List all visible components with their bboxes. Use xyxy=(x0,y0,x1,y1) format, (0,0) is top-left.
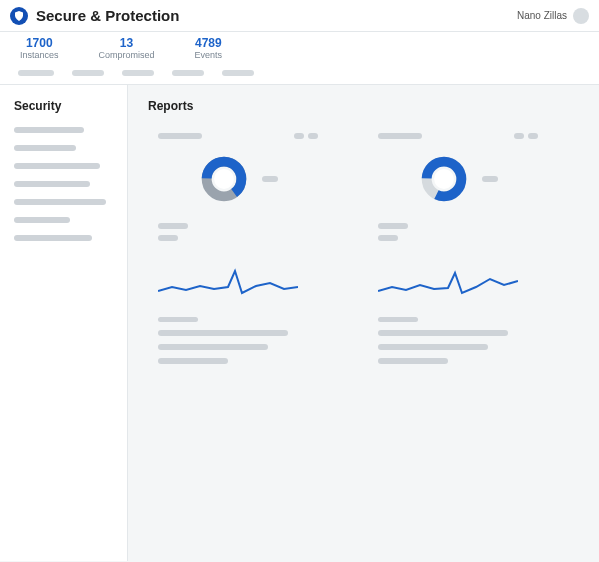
user-name[interactable]: Nano Zillas xyxy=(517,10,567,21)
filter-pill[interactable] xyxy=(72,70,104,76)
detail-line-placeholder xyxy=(378,330,508,336)
svg-point-5 xyxy=(434,169,454,189)
sidebar: Security xyxy=(0,85,128,561)
top-bar: Secure & Protection Nano Zillas xyxy=(0,0,599,32)
card-actions xyxy=(514,133,538,139)
sparkline-chart xyxy=(158,263,318,303)
sparkline-chart xyxy=(378,263,538,303)
report-card xyxy=(378,133,538,372)
sidebar-item[interactable] xyxy=(14,217,70,223)
detail-line-placeholder xyxy=(378,358,448,364)
detail-line-placeholder xyxy=(158,330,288,336)
filter-pills xyxy=(10,60,589,76)
stat-compromised[interactable]: 13 Compromised xyxy=(99,37,155,60)
donut-legend xyxy=(262,176,278,182)
stats-bar: 1700 Instances 13 Compromised 4789 Event… xyxy=(0,32,599,85)
svg-point-2 xyxy=(214,169,234,189)
stat-label: Events xyxy=(195,50,223,60)
sidebar-item[interactable] xyxy=(14,235,92,241)
stat-label: Instances xyxy=(20,50,59,60)
stat-label: Compromised xyxy=(99,50,155,60)
card-title-placeholder xyxy=(158,133,202,139)
donut-legend xyxy=(482,176,498,182)
card-action[interactable] xyxy=(528,133,538,139)
metric-placeholder xyxy=(158,235,178,241)
sidebar-item[interactable] xyxy=(14,145,76,151)
stat-instances[interactable]: 1700 Instances xyxy=(20,37,59,60)
shield-icon xyxy=(10,7,28,25)
card-title-placeholder xyxy=(378,133,422,139)
detail-heading-placeholder xyxy=(158,317,198,322)
sidebar-item[interactable] xyxy=(14,127,84,133)
card-action[interactable] xyxy=(308,133,318,139)
sidebar-item[interactable] xyxy=(14,199,106,205)
donut-chart xyxy=(418,153,470,205)
app-title: Secure & Protection xyxy=(36,7,179,24)
main-content: Reports xyxy=(128,85,599,561)
detail-line-placeholder xyxy=(158,358,228,364)
main-title: Reports xyxy=(148,99,579,113)
detail-line-placeholder xyxy=(378,344,488,350)
sidebar-item[interactable] xyxy=(14,163,100,169)
metric-placeholder xyxy=(378,235,398,241)
stat-value: 4789 xyxy=(195,37,223,50)
card-details xyxy=(378,317,538,364)
avatar[interactable] xyxy=(573,8,589,24)
card-action[interactable] xyxy=(294,133,304,139)
sidebar-item[interactable] xyxy=(14,181,90,187)
stat-value: 1700 xyxy=(20,37,59,50)
stat-value: 13 xyxy=(99,37,155,50)
filter-pill[interactable] xyxy=(222,70,254,76)
report-card xyxy=(158,133,318,372)
stat-events[interactable]: 4789 Events xyxy=(195,37,223,60)
card-details xyxy=(158,317,318,364)
card-actions xyxy=(294,133,318,139)
filter-pill[interactable] xyxy=(172,70,204,76)
metric-placeholder xyxy=(158,223,188,229)
detail-heading-placeholder xyxy=(378,317,418,322)
filter-pill[interactable] xyxy=(18,70,54,76)
card-action[interactable] xyxy=(514,133,524,139)
donut-chart xyxy=(198,153,250,205)
filter-pill[interactable] xyxy=(122,70,154,76)
sidebar-title: Security xyxy=(14,99,113,113)
metric-placeholder xyxy=(378,223,408,229)
detail-line-placeholder xyxy=(158,344,268,350)
